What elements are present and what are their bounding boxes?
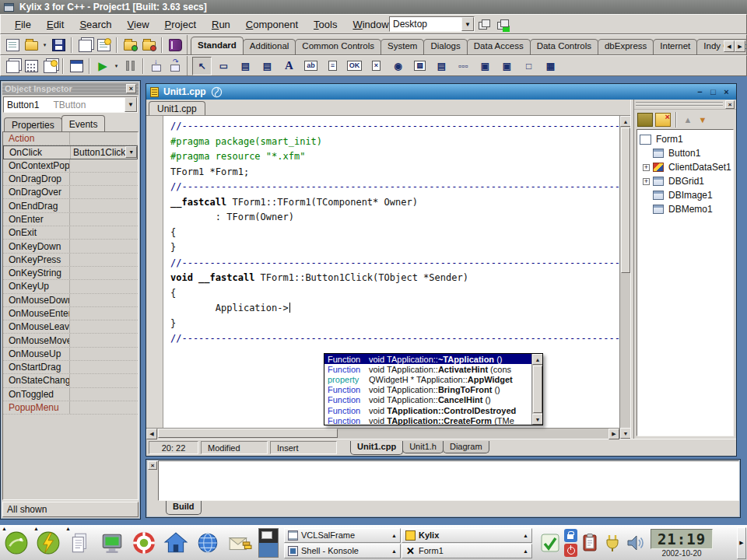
memo[interactable]: ≡ (323, 57, 342, 75)
editor-titlebar[interactable]: Unit1.cpp − □ × (146, 84, 736, 100)
launcher-mail[interactable] (224, 527, 255, 559)
event-value[interactable] (70, 213, 138, 226)
event-value[interactable] (70, 267, 138, 279)
event-value[interactable] (70, 348, 138, 360)
event-value[interactable] (70, 320, 138, 333)
speaker-icon[interactable] (625, 533, 645, 553)
event-value[interactable] (70, 199, 138, 212)
scroll-left-icon[interactable]: ◀ (146, 429, 157, 439)
logout-icon[interactable] (564, 544, 577, 557)
chevron-down-icon[interactable]: ▼ (125, 146, 137, 158)
task-button[interactable]: Kylix ▲ (402, 528, 532, 543)
event-row[interactable]: OnExit (3, 226, 138, 240)
close-icon[interactable]: × (126, 84, 136, 93)
chevron-down-icon[interactable]: ▼ (461, 17, 474, 31)
palette-tab[interactable]: Standard (191, 37, 244, 54)
event-row[interactable]: OnStartDrag (3, 361, 138, 374)
klipper-icon[interactable] (580, 533, 600, 553)
radio-button[interactable]: ◉ (388, 57, 408, 75)
event-value[interactable] (70, 226, 138, 239)
launcher-susewatcher[interactable]: ▲ (33, 527, 64, 559)
lock-screen-icon[interactable] (564, 529, 577, 542)
task-menu-icon[interactable]: ▲ (523, 548, 528, 554)
trace-into-button[interactable] (148, 58, 165, 75)
desktop-layout-combo[interactable]: Desktop ▼ (389, 16, 475, 32)
event-value[interactable] (70, 294, 138, 306)
inspector-tab[interactable]: Events (61, 115, 106, 131)
event-value[interactable] (70, 388, 138, 401)
event-value[interactable]: Button1Click ▼ (71, 146, 137, 158)
event-value[interactable] (70, 173, 138, 185)
completion-item[interactable]: property QWidgetH * TApplication::AppWid… (324, 374, 531, 384)
close-icon[interactable]: × (148, 461, 157, 470)
save-project-button[interactable] (140, 37, 157, 54)
file-switch-tab[interactable]: Unit1.h (402, 441, 444, 453)
event-row[interactable]: OnDragDrop (3, 173, 138, 186)
open-file-button[interactable] (23, 37, 40, 54)
launcher-documents[interactable]: ▲ (65, 527, 96, 559)
event-value[interactable] (70, 307, 138, 320)
completion-item[interactable]: Function void TApplication::ControlDestr… (324, 405, 531, 415)
event-row[interactable]: OnMouseUp (3, 348, 138, 361)
inspector-tab[interactable]: Properties (4, 117, 62, 131)
launcher-browser[interactable] (192, 527, 223, 559)
event-row[interactable]: OnDragOver (3, 186, 138, 199)
scrollbar-thumb[interactable] (158, 429, 338, 438)
event-row[interactable]: OnKeyString (3, 267, 138, 280)
clock-applet[interactable]: 21:19 2002-10-20 (649, 529, 714, 558)
message-output[interactable] (158, 460, 739, 501)
menu-item[interactable]: View (120, 16, 157, 33)
build-tab[interactable]: Build (166, 501, 202, 515)
completion-item[interactable]: Function void TApplication::ActivateHint… (324, 364, 531, 374)
panel[interactable]: □ (519, 57, 538, 75)
task-button[interactable]: VCLSalFrame ▲ (284, 528, 401, 543)
event-row[interactable]: OnMouseMove (3, 334, 138, 347)
scroll-up-icon[interactable]: ▲ (620, 116, 631, 127)
desktop-pager[interactable] (258, 528, 279, 558)
groupbox[interactable]: ▣ (475, 57, 495, 75)
plug-icon[interactable] (602, 533, 622, 553)
scrollbar-thumb[interactable] (621, 128, 630, 273)
menu-item[interactable]: Search (72, 16, 119, 33)
expand-icon[interactable]: + (643, 178, 650, 185)
object-tree[interactable]: + Form1 + Button1 (637, 129, 734, 436)
event-row[interactable]: OnToggled (3, 388, 138, 401)
minimize-icon[interactable]: − (694, 86, 706, 98)
delete-item-icon[interactable] (655, 113, 671, 127)
event-row[interactable]: OnEndDrag (3, 199, 138, 212)
save-desktop-icon[interactable] (479, 19, 489, 29)
launcher-home[interactable] (160, 527, 191, 559)
menu-item[interactable]: Project (157, 16, 204, 33)
new-form-button[interactable] (68, 58, 85, 75)
tree-item[interactable]: + DBMemo1 (639, 202, 731, 216)
set-debug-desktop-icon[interactable] (497, 19, 508, 29)
pager-desktop-2[interactable] (259, 543, 278, 557)
event-row[interactable]: OnEnter (3, 213, 138, 226)
scrollbar[interactable]: ▫▫▫ (454, 57, 473, 75)
file-switch-tab[interactable]: Unit1.cpp (350, 441, 403, 455)
suse-check-icon[interactable] (538, 531, 562, 555)
add-file-to-project-button[interactable] (76, 37, 93, 54)
expand-icon[interactable]: + (643, 164, 650, 171)
scrollbar-thumb[interactable] (533, 366, 542, 413)
close-icon[interactable]: × (721, 86, 732, 98)
move-up-icon[interactable]: ▲ (682, 115, 694, 124)
popup-menu[interactable]: ▤ (258, 57, 277, 75)
event-value[interactable] (70, 374, 138, 387)
main-menu[interactable]: ▤ (236, 57, 255, 75)
palette-tab[interactable]: dbExpress (598, 39, 654, 54)
editor-file-tab[interactable]: Unit1.cpp (149, 101, 205, 115)
edit[interactable]: ab (301, 57, 321, 75)
event-value[interactable] (70, 132, 138, 145)
task-menu-icon[interactable]: ▲ (523, 533, 528, 538)
tree-item[interactable]: + ClientDataSet1 (639, 160, 731, 174)
palette-tab[interactable]: Additional (243, 39, 296, 54)
view-unit-button[interactable] (4, 58, 21, 75)
palette-tab[interactable]: Data Controls (530, 39, 598, 54)
palette-tab[interactable]: System (381, 39, 424, 54)
run-dropdown-icon[interactable]: ▾ (113, 63, 120, 69)
pause-button[interactable] (121, 58, 139, 75)
event-value[interactable] (70, 240, 138, 252)
event-value[interactable] (70, 280, 138, 292)
open-project-button[interactable] (121, 37, 139, 54)
